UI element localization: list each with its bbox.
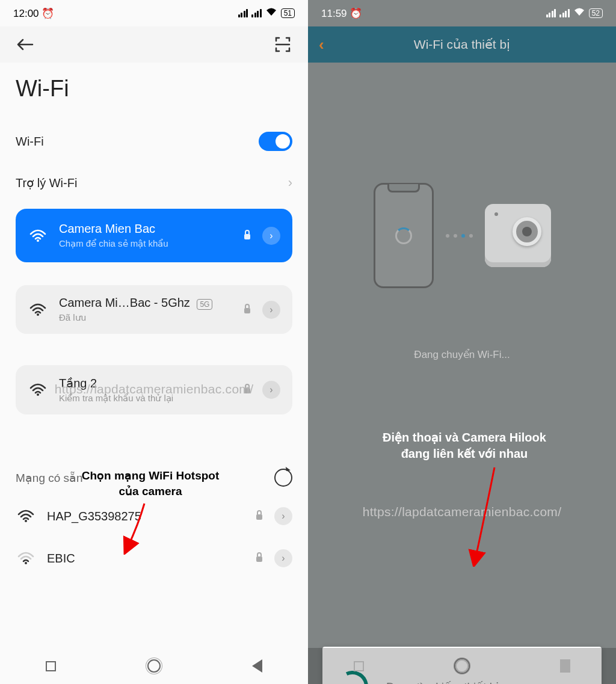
nav-recents[interactable]	[354, 661, 364, 671]
progress-dots	[446, 234, 473, 238]
wifi-icon-weak	[16, 552, 36, 565]
wifi-status-icon	[573, 7, 585, 19]
network-details-button[interactable]: ›	[274, 507, 292, 525]
refresh-button[interactable]	[274, 469, 292, 487]
network-sub: Chạm để chia sẻ mật khẩu	[59, 238, 232, 249]
chevron-right-icon: ›	[288, 175, 292, 191]
available-header: Mạng có sẵn	[16, 463, 292, 495]
clock: 11:59	[321, 8, 347, 19]
available-network[interactable]: HAP_G35398275 ›	[16, 495, 292, 537]
network-sub: Đã lưu	[59, 312, 232, 323]
wifi-icon	[28, 383, 48, 396]
svg-point-2	[37, 313, 39, 316]
nav-home[interactable]	[147, 659, 161, 673]
nav-home[interactable]	[455, 659, 469, 673]
svg-point-6	[25, 520, 27, 522]
network-details-button[interactable]: ›	[274, 549, 292, 567]
clock: 12:00	[13, 8, 39, 19]
svg-point-8	[25, 562, 27, 564]
alarm-icon: ⏰	[42, 8, 54, 19]
svg-rect-3	[244, 308, 250, 313]
topbar	[0, 26, 308, 63]
wifi-icon	[28, 303, 48, 316]
device-wifi-screen: 11:59 ⏰ 52 ‹ Wi-Fi của thiết bị	[308, 0, 616, 684]
network-details-button[interactable]: ›	[262, 381, 280, 399]
signal-icon	[238, 9, 248, 17]
alarm-icon: ⏰	[350, 8, 362, 19]
available-network[interactable]: EBIC ›	[16, 537, 292, 579]
scan-qr-button[interactable]	[274, 36, 291, 53]
lock-icon	[255, 510, 263, 523]
app-header: ‹ Wi-Fi của thiết bị	[308, 26, 616, 63]
battery-icon: 51	[281, 8, 295, 18]
watermark: https://lapdatcameramienbac.com/	[308, 505, 616, 519]
saved-network[interactable]: Tầng 2 Kiểm tra mật khẩu và thử lại ›	[16, 365, 292, 414]
wifi-toggle-label: Wi-Fi	[16, 135, 44, 149]
signal-icon	[559, 9, 570, 17]
camera-icon	[485, 204, 551, 267]
signal-icon	[546, 9, 556, 17]
wifi-icon	[28, 229, 48, 242]
status-bar: 11:59 ⏰ 52	[308, 0, 616, 26]
network-name: EBIC	[47, 552, 244, 565]
progress-text: Đang chuyển Wi-Fi...	[308, 348, 616, 361]
badge-5g: 5G	[197, 299, 212, 310]
phone-icon	[374, 183, 434, 288]
lock-icon	[243, 229, 251, 242]
svg-rect-9	[256, 556, 262, 562]
wifi-settings-screen: 12:00 ⏰ 51 Wi-Fi Wi-Fi Trợ lý Wi-Fi ›	[0, 0, 308, 684]
header-title: Wi-Fi của thiết bị	[308, 37, 616, 52]
network-sub: Kiểm tra mật khẩu và thử lại	[59, 393, 232, 404]
network-name: Tầng 2	[59, 376, 232, 390]
svg-rect-7	[256, 514, 262, 520]
pairing-illustration	[308, 183, 616, 288]
wifi-assistant-label: Trợ lý Wi-Fi	[16, 176, 77, 190]
wifi-status-icon	[265, 7, 277, 19]
wifi-icon	[16, 510, 36, 523]
nav-bar	[0, 648, 308, 684]
network-name: Camera Mien Bac	[59, 222, 232, 236]
wifi-toggle[interactable]	[259, 132, 292, 151]
lock-icon	[243, 303, 251, 316]
network-details-button[interactable]: ›	[262, 227, 280, 245]
nav-back[interactable]	[560, 659, 570, 673]
svg-point-4	[37, 393, 39, 396]
svg-rect-1	[244, 234, 250, 239]
nav-back[interactable]	[252, 659, 262, 673]
signal-icon	[251, 9, 262, 17]
nav-recents[interactable]	[46, 661, 56, 671]
svg-rect-5	[244, 388, 250, 393]
svg-point-0	[37, 239, 39, 242]
wifi-assistant-row[interactable]: Trợ lý Wi-Fi ›	[16, 163, 292, 203]
network-name: HAP_G35398275	[47, 510, 244, 523]
spinner-icon	[395, 227, 412, 244]
connected-network[interactable]: Camera Mien Bac Chạm để chia sẻ mật khẩu…	[16, 209, 292, 262]
battery-icon: 52	[589, 8, 603, 18]
page-title: Wi-Fi	[16, 63, 292, 120]
lock-icon	[255, 552, 263, 565]
network-name: Camera Mi…Bac - 5Ghz	[59, 296, 190, 309]
network-details-button[interactable]: ›	[262, 301, 280, 319]
wifi-toggle-row[interactable]: Wi-Fi	[16, 120, 292, 163]
status-bar: 12:00 ⏰ 51	[0, 0, 308, 26]
nav-bar	[308, 648, 616, 684]
lock-icon	[243, 383, 251, 396]
back-button[interactable]	[17, 36, 34, 53]
saved-network[interactable]: Camera Mi…Bac - 5Ghz 5G Đã lưu ›	[16, 285, 292, 334]
